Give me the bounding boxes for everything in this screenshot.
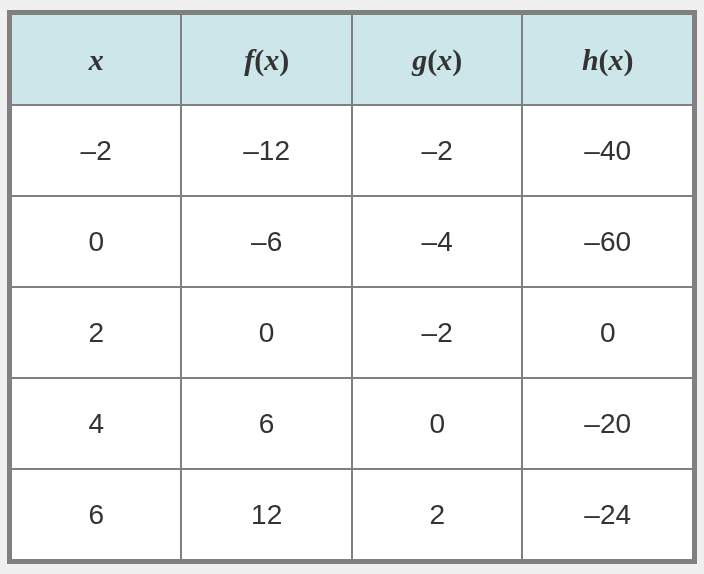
cell-h: –20: [522, 378, 693, 469]
cell-g: 2: [352, 469, 523, 560]
cell-x: 6: [11, 469, 181, 560]
cell-f: 0: [181, 287, 352, 378]
table-row: –2 –12 –2 –40: [11, 105, 693, 196]
header-hx: h(x): [522, 14, 693, 105]
function-table: x f(x) g(x) h(x) –2 –12 –2 –40 0 –6 –4 –…: [7, 10, 697, 564]
cell-x: –2: [11, 105, 181, 196]
header-gx: g(x): [352, 14, 523, 105]
cell-h: 0: [522, 287, 693, 378]
cell-f: 6: [181, 378, 352, 469]
cell-g: –2: [352, 105, 523, 196]
cell-g: 0: [352, 378, 523, 469]
cell-h: –40: [522, 105, 693, 196]
cell-g: –2: [352, 287, 523, 378]
data-table: x f(x) g(x) h(x) –2 –12 –2 –40 0 –6 –4 –…: [10, 13, 694, 561]
table-row: 0 –6 –4 –60: [11, 196, 693, 287]
header-row: x f(x) g(x) h(x): [11, 14, 693, 105]
table-row: 4 6 0 –20: [11, 378, 693, 469]
header-x: x: [11, 14, 181, 105]
cell-g: –4: [352, 196, 523, 287]
header-fx: f(x): [181, 14, 352, 105]
table-row: 2 0 –2 0: [11, 287, 693, 378]
cell-f: –12: [181, 105, 352, 196]
table-row: 6 12 2 –24: [11, 469, 693, 560]
cell-h: –60: [522, 196, 693, 287]
cell-x: 2: [11, 287, 181, 378]
cell-f: –6: [181, 196, 352, 287]
cell-x: 4: [11, 378, 181, 469]
cell-f: 12: [181, 469, 352, 560]
cell-x: 0: [11, 196, 181, 287]
cell-h: –24: [522, 469, 693, 560]
